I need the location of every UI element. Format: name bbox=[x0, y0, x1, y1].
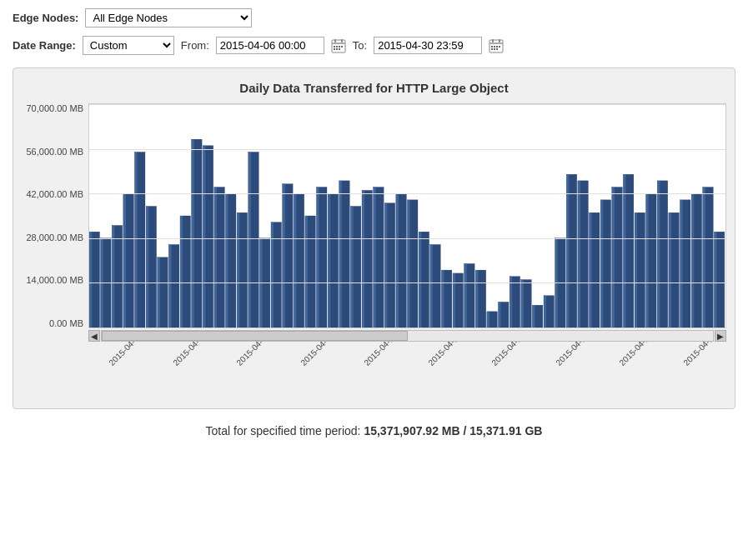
bar-highlight bbox=[646, 193, 649, 328]
x-axis-label: 2015-04-15 bbox=[681, 342, 718, 368]
bar-highlight bbox=[180, 216, 183, 328]
x-axis-label: 2015-04-11 bbox=[426, 342, 463, 368]
chart-container: Daily Data Transferred for HTTP Large Ob… bbox=[13, 68, 735, 409]
bar-highlight bbox=[158, 258, 160, 328]
bar-highlight bbox=[135, 152, 138, 328]
to-date-input[interactable] bbox=[374, 37, 482, 54]
y-axis: 70,000.00 MB56,000.00 MB42,000.00 MB28,0… bbox=[22, 103, 88, 328]
bar-highlight bbox=[305, 216, 308, 328]
bar-highlight bbox=[203, 146, 205, 328]
svg-rect-18 bbox=[499, 46, 500, 48]
svg-rect-19 bbox=[491, 48, 493, 50]
bar-highlight bbox=[453, 273, 455, 328]
svg-rect-8 bbox=[334, 48, 335, 50]
bar-highlight bbox=[396, 193, 399, 328]
chart-title: Daily Data Transferred for HTTP Large Ob… bbox=[22, 81, 726, 95]
svg-rect-14 bbox=[499, 39, 500, 42]
edge-nodes-select[interactable]: All Edge Nodes Edge Node 1 Edge Node 2 bbox=[85, 8, 252, 28]
svg-rect-12 bbox=[489, 42, 503, 44]
y-axis-label: 42,000.00 MB bbox=[27, 189, 84, 199]
x-axis-label: 2015-04-13 bbox=[554, 342, 590, 368]
x-axis-label: 2015-04-09 bbox=[299, 342, 335, 368]
svg-rect-1 bbox=[332, 42, 345, 44]
grid-line bbox=[89, 282, 725, 283]
grid-line bbox=[89, 149, 725, 150]
bar-highlight bbox=[680, 200, 683, 328]
x-axis-label: 2015-04-07 bbox=[171, 342, 208, 368]
svg-rect-16 bbox=[494, 46, 495, 48]
svg-rect-3 bbox=[341, 39, 343, 42]
x-axis-label: 2015-04-12 bbox=[490, 342, 527, 368]
date-range-label: Date Range: bbox=[13, 39, 76, 52]
bar-highlight bbox=[283, 184, 285, 328]
bar-highlight bbox=[691, 193, 694, 328]
bars-svg bbox=[89, 104, 725, 328]
bar-highlight bbox=[521, 280, 524, 328]
bar-highlight bbox=[317, 188, 319, 328]
scrollbar-thumb[interactable] bbox=[102, 331, 408, 341]
bar-highlight bbox=[544, 296, 546, 328]
bar-highlight bbox=[623, 174, 625, 328]
svg-rect-5 bbox=[336, 46, 338, 48]
y-axis-label: 28,000.00 MB bbox=[27, 232, 84, 242]
from-date-input[interactable] bbox=[216, 37, 324, 54]
bar-highlight bbox=[600, 200, 603, 328]
bar-highlight bbox=[350, 207, 353, 328]
bar-highlight bbox=[123, 193, 126, 328]
y-axis-label: 14,000.00 MB bbox=[27, 275, 84, 285]
svg-rect-20 bbox=[494, 48, 495, 50]
y-axis-label: 70,000.00 MB bbox=[27, 103, 84, 113]
svg-rect-15 bbox=[491, 46, 493, 48]
bar-highlight bbox=[612, 188, 615, 328]
svg-rect-6 bbox=[339, 46, 340, 48]
bar-highlight bbox=[362, 190, 364, 328]
bar-highlight bbox=[226, 193, 228, 328]
x-labels-container: 2015-04-062015-04-072015-04-082015-04-09… bbox=[88, 342, 726, 400]
bar-highlight bbox=[578, 181, 580, 328]
x-axis-label: 2015-04-10 bbox=[363, 342, 399, 368]
bar-highlight bbox=[464, 263, 467, 328]
bar-highlight bbox=[419, 232, 421, 328]
grid-line bbox=[89, 193, 725, 194]
bar-highlight bbox=[237, 212, 239, 328]
bar-highlight bbox=[441, 270, 444, 328]
to-label: To: bbox=[353, 39, 367, 52]
bar-highlight bbox=[89, 232, 92, 328]
date-range-select[interactable]: Custom Last 7 Days Last 30 Days This Mon… bbox=[83, 36, 174, 55]
bar-highlight bbox=[532, 305, 535, 328]
bar-highlight bbox=[430, 244, 433, 328]
bar-highlight bbox=[714, 232, 716, 328]
scrollbar-row: ◀ ▶ bbox=[88, 330, 726, 342]
bar-highlight bbox=[339, 181, 342, 328]
chart-plot-wrapper: ◀ ▶ 2015-04-062015-04-072015-04-082015-0… bbox=[88, 103, 726, 400]
bar-highlight bbox=[487, 312, 489, 328]
chart-plot bbox=[88, 103, 726, 328]
bar-highlight bbox=[146, 207, 148, 328]
y-axis-label: 56,000.00 MB bbox=[27, 147, 84, 157]
svg-rect-4 bbox=[334, 46, 335, 48]
from-calendar-icon[interactable] bbox=[331, 38, 346, 53]
svg-rect-9 bbox=[336, 48, 338, 50]
to-calendar-icon[interactable] bbox=[489, 38, 504, 53]
svg-rect-2 bbox=[334, 39, 336, 42]
bar-highlight bbox=[384, 203, 387, 328]
grid-line bbox=[89, 104, 725, 105]
bar-highlight bbox=[566, 174, 569, 328]
scrollbar-track[interactable] bbox=[101, 330, 714, 342]
bar-highlight bbox=[328, 193, 330, 328]
svg-rect-21 bbox=[496, 48, 498, 50]
bar-highlight bbox=[294, 193, 296, 328]
total-value: 15,371,907.92 MB / 15,371.91 GB bbox=[364, 424, 542, 438]
scroll-left-arrow[interactable]: ◀ bbox=[88, 330, 100, 342]
bar-highlight bbox=[669, 212, 671, 328]
bar-highlight bbox=[168, 244, 171, 328]
scroll-right-arrow[interactable]: ▶ bbox=[715, 330, 726, 342]
bar-highlight bbox=[112, 225, 114, 328]
edge-nodes-label: Edge Nodes: bbox=[13, 12, 78, 24]
bar-highlight bbox=[499, 302, 501, 328]
grid-line bbox=[89, 238, 725, 239]
total-label: Total for specified time period: bbox=[206, 424, 361, 438]
bar-highlight bbox=[657, 181, 660, 328]
bar-highlight bbox=[192, 139, 194, 328]
svg-rect-7 bbox=[341, 46, 343, 48]
